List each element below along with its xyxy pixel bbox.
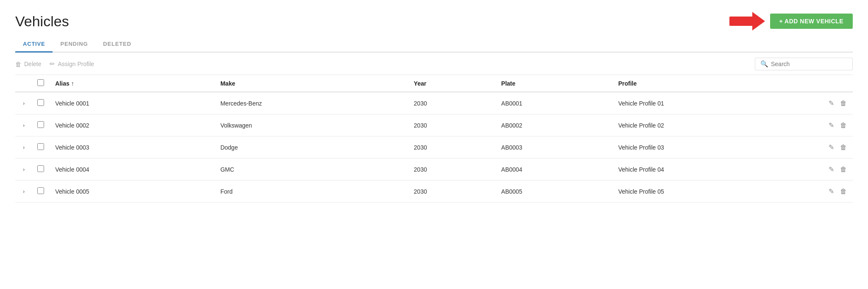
table-row: › Vehicle 0005 Ford 2030 AB0005 Vehicle … [15,181,853,203]
edit-button[interactable]: ✎ [828,98,835,108]
trash-icon: 🗑 [15,61,22,68]
delete-button[interactable]: 🗑 Delete [15,61,41,68]
delete-row-button[interactable]: 🗑 [839,187,848,196]
check-cell [32,136,50,158]
col-header-plate: Plate [496,75,613,92]
alias-cell: Vehicle 0001 [50,92,215,114]
assign-profile-label: Assign Profile [58,61,94,67]
year-cell: 2030 [409,114,496,136]
tab-active[interactable]: ACTIVE [15,36,53,53]
edit-button[interactable]: ✎ [828,142,835,152]
table-row: › Vehicle 0002 Volkswagen 2030 AB0002 Ve… [15,114,853,136]
make-cell: Ford [215,181,409,203]
year-cell: 2030 [409,158,496,181]
profile-cell: Vehicle Profile 02 [613,114,823,136]
actions-cell: ✎ 🗑 [823,114,853,136]
table-row: › Vehicle 0001 Mercedes-Benz 2030 AB0001… [15,92,853,114]
year-cell: 2030 [409,92,496,114]
alias-cell: Vehicle 0005 [50,181,215,203]
profile-cell: Vehicle Profile 04 [613,158,823,181]
plate-cell: AB0005 [496,181,613,203]
delete-row-button[interactable]: 🗑 [839,143,848,152]
col-header-check [32,75,50,92]
make-cell: Dodge [215,136,409,158]
search-input[interactable] [771,61,847,67]
edit-button[interactable]: ✎ [828,186,835,196]
profile-cell: Vehicle Profile 01 [613,92,823,114]
pencil-icon: ✏ [50,60,55,68]
plate-cell: AB0003 [496,136,613,158]
delete-row-button[interactable]: 🗑 [839,99,848,108]
year-cell: 2030 [409,136,496,158]
col-header-expand [15,75,32,92]
alias-cell: Vehicle 0002 [50,114,215,136]
row-checkbox[interactable] [37,165,44,172]
col-header-year: Year [409,75,496,92]
tabs-container: ACTIVE PENDING DELETED [15,36,853,53]
expand-row-button[interactable]: › [20,121,27,129]
expand-row-button[interactable]: › [20,165,27,173]
row-checkbox[interactable] [37,121,44,128]
table-row: › Vehicle 0003 Dodge 2030 AB0003 Vehicle… [15,136,853,158]
expand-cell: › [15,181,32,203]
actions-cell: ✎ 🗑 [823,92,853,114]
table-row: › Vehicle 0004 GMC 2030 AB0004 Vehicle P… [15,158,853,181]
assign-profile-button[interactable]: ✏ Assign Profile [50,60,94,68]
col-header-alias: Alias ↑ [50,75,215,92]
col-header-make: Make [215,75,409,92]
vehicles-table: Alias ↑ Make Year Plate Profile › Vehicl… [15,75,853,203]
plate-cell: AB0002 [496,114,613,136]
expand-cell: › [15,136,32,158]
delete-row-button[interactable]: 🗑 [839,165,848,174]
expand-row-button[interactable]: › [20,99,27,107]
delete-row-button[interactable]: 🗑 [839,121,848,130]
expand-row-button[interactable]: › [20,143,27,151]
search-icon: 🔍 [760,60,768,68]
check-cell [32,158,50,181]
check-cell [32,181,50,203]
arrow-body [729,17,752,26]
actions-cell: ✎ 🗑 [823,136,853,158]
year-cell: 2030 [409,181,496,203]
plate-cell: AB0004 [496,158,613,181]
profile-cell: Vehicle Profile 05 [613,181,823,203]
tab-pending[interactable]: PENDING [53,36,95,53]
check-cell [32,92,50,114]
make-cell: Mercedes-Benz [215,92,409,114]
edit-button[interactable]: ✎ [828,164,835,174]
make-cell: GMC [215,158,409,181]
alias-cell: Vehicle 0004 [50,158,215,181]
col-header-profile: Profile [613,75,823,92]
select-all-checkbox[interactable] [37,79,44,86]
arrow-indicator [729,12,765,31]
expand-cell: › [15,114,32,136]
expand-cell: › [15,92,32,114]
edit-button[interactable]: ✎ [828,120,835,130]
plate-cell: AB0001 [496,92,613,114]
page-header: Vehicles + ADD NEW VEHICLE [15,12,853,31]
check-cell [32,114,50,136]
alias-cell: Vehicle 0003 [50,136,215,158]
col-header-actions [823,75,853,92]
add-new-vehicle-button[interactable]: + ADD NEW VEHICLE [770,14,853,29]
header-right: + ADD NEW VEHICLE [729,12,853,31]
row-checkbox[interactable] [37,99,44,106]
table-header-row: Alias ↑ Make Year Plate Profile [15,75,853,92]
toolbar-left: 🗑 Delete ✏ Assign Profile [15,60,94,68]
expand-row-button[interactable]: › [20,187,27,195]
row-checkbox[interactable] [37,143,44,150]
profile-cell: Vehicle Profile 03 [613,136,823,158]
delete-label: Delete [24,61,41,67]
actions-cell: ✎ 🗑 [823,158,853,181]
toolbar: 🗑 Delete ✏ Assign Profile 🔍 [15,53,853,75]
page-title: Vehicles [15,13,69,30]
make-cell: Volkswagen [215,114,409,136]
expand-cell: › [15,158,32,181]
actions-cell: ✎ 🗑 [823,181,853,203]
row-checkbox[interactable] [37,187,44,194]
tab-deleted[interactable]: DELETED [95,36,139,53]
search-box: 🔍 [755,58,853,70]
arrow-head [752,12,765,31]
